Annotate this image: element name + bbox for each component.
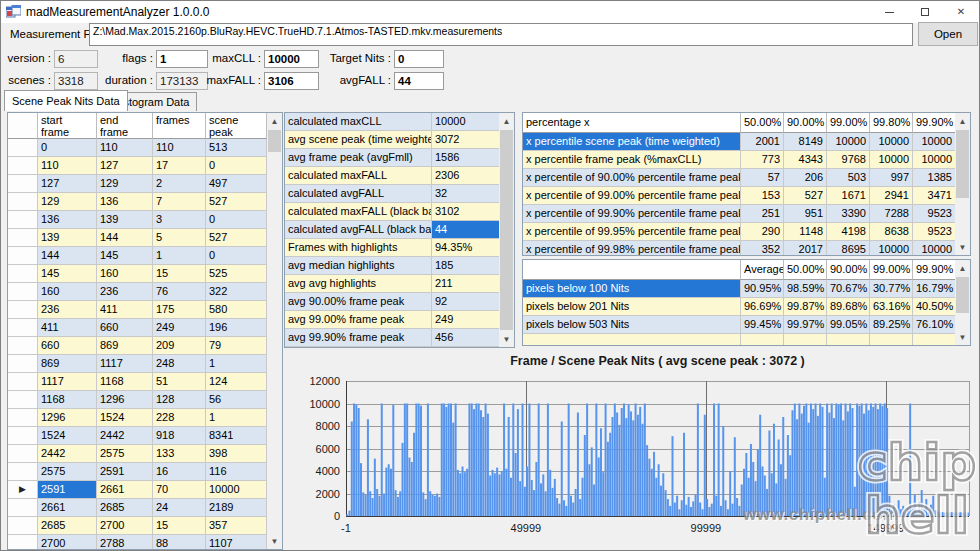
- cell[interactable]: 7: [153, 193, 206, 211]
- cell[interactable]: 1148: [784, 223, 827, 241]
- cell[interactable]: 1524: [38, 427, 97, 445]
- cell[interactable]: 2685: [38, 517, 97, 535]
- cell[interactable]: 144: [97, 229, 153, 247]
- avgfall-field[interactable]: 44: [394, 72, 444, 90]
- cell[interactable]: 70.67%: [827, 280, 870, 298]
- calc-label-cell[interactable]: calculated avgFALL: [285, 185, 432, 203]
- cell[interactable]: 15: [153, 265, 206, 283]
- cell[interactable]: 10000: [913, 133, 956, 151]
- cell[interactable]: 1: [153, 247, 206, 265]
- cell[interactable]: 98.59%: [784, 280, 827, 298]
- calc-label-cell[interactable]: avg 99.90% frame peak: [285, 329, 432, 347]
- cell[interactable]: 10000: [870, 151, 913, 169]
- scroll-down-icon[interactable]: ▼: [955, 239, 970, 255]
- cell[interactable]: 2017: [784, 241, 827, 256]
- cell[interactable]: 128: [153, 391, 206, 409]
- cell[interactable]: 4343: [784, 151, 827, 169]
- cell[interactable]: x percentile of 99.00% percentile frame …: [523, 187, 741, 205]
- cell[interactable]: 209: [153, 337, 206, 355]
- calc-table-scrollbar[interactable]: ▲ ▼: [499, 113, 514, 347]
- cell[interactable]: 0: [38, 139, 97, 157]
- cell[interactable]: 76: [153, 283, 206, 301]
- row-selector[interactable]: [8, 499, 38, 517]
- scroll-down-icon[interactable]: ▼: [267, 533, 282, 549]
- cell[interactable]: 89.68%: [827, 298, 870, 316]
- cell[interactable]: 56: [206, 391, 267, 409]
- cell[interactable]: 2700: [38, 535, 97, 550]
- cell[interactable]: 99.97%: [784, 316, 827, 334]
- cell[interactable]: 411: [97, 301, 153, 319]
- cell[interactable]: 90.95%: [741, 280, 784, 298]
- cell[interactable]: 2575: [97, 445, 153, 463]
- column-header[interactable]: startframe: [38, 113, 97, 139]
- cell[interactable]: 2591: [38, 481, 97, 499]
- cell[interactable]: 10000: [913, 241, 956, 256]
- calc-label-cell[interactable]: calculated maxFALL (black bars ...: [285, 203, 432, 221]
- scene-table-scrollbar[interactable]: ▲ ▼: [267, 113, 282, 549]
- row-selector[interactable]: [8, 175, 38, 193]
- cell[interactable]: 918: [153, 427, 206, 445]
- cell[interactable]: 175: [153, 301, 206, 319]
- scroll-down-icon[interactable]: ▼: [955, 329, 970, 345]
- cell[interactable]: x percentile frame peak (%maxCLL): [523, 151, 741, 169]
- cell[interactable]: 8149: [784, 133, 827, 151]
- cell[interactable]: 2442: [38, 445, 97, 463]
- row-selector[interactable]: [8, 139, 38, 157]
- cell[interactable]: 2001: [741, 133, 784, 151]
- row-selector[interactable]: [8, 517, 38, 535]
- cell[interactable]: 1168: [38, 391, 97, 409]
- cell[interactable]: 525: [206, 265, 267, 283]
- scroll-up-icon[interactable]: ▲: [499, 113, 514, 129]
- row-selector[interactable]: [8, 427, 38, 445]
- cell[interactable]: 1117: [97, 355, 153, 373]
- row-selector[interactable]: [8, 229, 38, 247]
- cell[interactable]: 869: [97, 337, 153, 355]
- measurement-file-input[interactable]: Z:\Mad.Max.2015.2160p.BluRay.HEVC.TrueHD…: [89, 23, 913, 46]
- calc-value-cell[interactable]: 92: [432, 293, 501, 311]
- calc-label-cell[interactable]: avg median highlights: [285, 257, 432, 275]
- cell[interactable]: 2661: [97, 481, 153, 499]
- cell[interactable]: 9523: [913, 223, 956, 241]
- open-button[interactable]: Open: [918, 22, 978, 46]
- cell[interactable]: 2: [153, 175, 206, 193]
- cell[interactable]: x percentile of 99.98% percentile frame …: [523, 241, 741, 256]
- calc-value-cell[interactable]: 3072: [432, 131, 501, 149]
- column-header[interactable]: 50.00%: [784, 260, 827, 280]
- cell[interactable]: 145: [97, 247, 153, 265]
- cell[interactable]: 236: [38, 301, 97, 319]
- calc-label-cell[interactable]: avg scene peak (time weighted): [285, 131, 432, 149]
- calc-value-cell[interactable]: 211: [432, 275, 501, 293]
- cell[interactable]: 580: [206, 301, 267, 319]
- cell[interactable]: 1117: [38, 373, 97, 391]
- percentile-table-scrollbar[interactable]: ▲ ▼: [955, 113, 970, 255]
- cell[interactable]: 398: [206, 445, 267, 463]
- cell[interactable]: 129: [97, 175, 153, 193]
- row-selector[interactable]: [8, 355, 38, 373]
- cell[interactable]: 51: [153, 373, 206, 391]
- cell[interactable]: 160: [38, 283, 97, 301]
- cell[interactable]: 1296: [38, 409, 97, 427]
- column-header[interactable]: 99.00%: [827, 113, 870, 133]
- cell[interactable]: 133: [153, 445, 206, 463]
- target-nits-field[interactable]: 0: [394, 50, 444, 68]
- minimize-button[interactable]: [871, 1, 907, 23]
- cell[interactable]: 153: [741, 187, 784, 205]
- calc-value-cell[interactable]: 2306: [432, 167, 501, 185]
- cell[interactable]: 2788: [97, 535, 153, 550]
- cell[interactable]: 411: [38, 319, 97, 337]
- calc-value-cell[interactable]: 185: [432, 257, 501, 275]
- maximize-button[interactable]: [907, 1, 943, 23]
- cell[interactable]: 2700: [97, 517, 153, 535]
- cell[interactable]: 5: [153, 229, 206, 247]
- calc-label-cell[interactable]: avg 90.00% frame peak: [285, 293, 432, 311]
- cell[interactable]: 2189: [206, 499, 267, 517]
- cell[interactable]: 773: [741, 151, 784, 169]
- cell[interactable]: 139: [97, 211, 153, 229]
- cell[interactable]: 660: [97, 319, 153, 337]
- cell[interactable]: 196: [206, 319, 267, 337]
- cell[interactable]: 145: [38, 265, 97, 283]
- column-header[interactable]: scenepeak: [206, 113, 267, 139]
- cell[interactable]: 3471: [913, 187, 956, 205]
- calc-label-cell[interactable]: avg frame peak (avgFmll): [285, 149, 432, 167]
- cell[interactable]: 869: [38, 355, 97, 373]
